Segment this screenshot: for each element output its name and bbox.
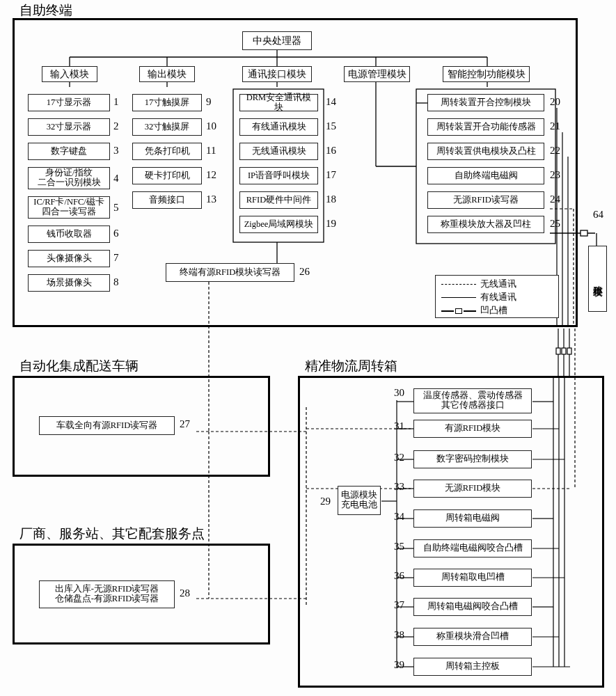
box-o12: 硬卡打印机 (132, 167, 202, 184)
num-5: 5 (113, 202, 119, 214)
box-e26: 终端有源RFID模块读写器 (166, 263, 294, 282)
num-20: 20 (550, 96, 560, 108)
box-b34: 周转箱电磁阀 (413, 509, 532, 528)
svg-rect-31 (562, 348, 566, 354)
legend-slot: 凹凸槽 (441, 305, 507, 317)
num-31: 31 (394, 420, 404, 432)
box-b39: 周转箱主控板 (413, 658, 532, 676)
num-14: 14 (326, 96, 336, 108)
num-22: 22 (550, 145, 560, 157)
num-29: 29 (320, 496, 331, 507)
box-b30: 温度传感器、震动传感器 其它传感器接口 (413, 388, 532, 413)
num-25: 25 (550, 218, 560, 230)
num-33: 33 (394, 481, 404, 493)
box-b36: 周转箱取电凹槽 (413, 569, 532, 587)
box-s25: 称重模块放大器及凹柱 (427, 216, 544, 233)
box-b31: 有源RFID模块 (413, 420, 532, 438)
num-1: 1 (113, 96, 119, 108)
num-38: 38 (394, 629, 404, 641)
num-10: 10 (206, 120, 216, 132)
box-i1: 17寸显示器 (28, 94, 110, 111)
section-title-crate: 精准物流周转箱 (302, 357, 400, 375)
legend-wireless: 无线通讯 (441, 278, 516, 290)
box-i2: 32寸显示器 (28, 118, 110, 136)
section-title-vendor: 厂商、服务站、其它配套服务点 (17, 525, 207, 543)
box-c17: IP语音呼叫模块 (239, 167, 318, 184)
hdr-comm: 通讯接口模块 (242, 66, 312, 82)
box-s24: 无源RFID读写器 (427, 191, 544, 209)
num-3: 3 (113, 145, 119, 157)
num-36: 36 (394, 570, 404, 582)
num-11: 11 (206, 145, 216, 157)
num-23: 23 (550, 169, 560, 181)
hdr-smart: 智能控制功能模块 (443, 66, 530, 82)
num-18: 18 (326, 193, 336, 205)
hdr-power: 电源管理模块 (344, 66, 410, 82)
num-9: 9 (206, 96, 212, 108)
box-s23: 自助终端电磁阀 (427, 167, 544, 184)
num-21: 21 (550, 120, 560, 132)
box-i4: 身份证/指纹 二合一识别模块 (28, 167, 110, 189)
num-35: 35 (394, 541, 404, 553)
box-b33: 无源RFID模块 (413, 480, 532, 498)
num-7: 7 (113, 252, 119, 264)
box-c16: 无线通讯模块 (239, 143, 318, 160)
num-64: 64 (593, 209, 603, 221)
box-b37: 周转箱电磁阀咬合凸槽 (413, 598, 532, 616)
num-34: 34 (394, 511, 404, 523)
box-b35: 自助终端电磁阀咬合凸槽 (413, 539, 532, 557)
box-o11: 凭条打印机 (132, 143, 202, 160)
box-i5: IC/RF卡/NFC/磁卡 四合一读写器 (28, 196, 110, 219)
box-b38: 称重模块滑合凹槽 (413, 628, 532, 646)
num-4: 4 (113, 173, 119, 184)
box-i8: 场景摄像头 (28, 274, 110, 292)
svg-rect-25 (581, 230, 587, 236)
box-c18: RFID硬件中间件 (239, 191, 318, 209)
num-13: 13 (206, 193, 216, 205)
box-b29: 电源模块 充电电池 (338, 486, 381, 515)
num-6: 6 (113, 228, 119, 239)
box-s20: 周转装置开合控制模块 (427, 94, 544, 111)
num-27: 27 (180, 418, 190, 430)
num-28: 28 (180, 587, 190, 599)
num-2: 2 (113, 120, 119, 132)
box-s22: 周转装置供电模块及凸柱 (427, 143, 544, 160)
svg-rect-30 (556, 348, 560, 354)
box-cpu: 中央处理器 (242, 31, 312, 50)
num-19: 19 (326, 218, 336, 230)
section-title-terminal: 自助终端 (17, 1, 75, 19)
box-o10: 32寸触摸屏 (132, 118, 202, 136)
num-26: 26 (299, 266, 310, 278)
hdr-output: 输出模块 (139, 66, 195, 82)
num-17: 17 (326, 169, 336, 181)
box-c14: DRM安全通讯模块 (239, 94, 318, 111)
num-37: 37 (394, 599, 404, 611)
num-16: 16 (326, 145, 336, 157)
box-c15: 有线通讯模块 (239, 118, 318, 136)
num-12: 12 (206, 169, 216, 181)
svg-rect-32 (567, 348, 571, 354)
num-24: 24 (550, 193, 560, 205)
num-32: 32 (394, 452, 404, 464)
box-e27: 车载全向有源RFID读写器 (39, 416, 175, 435)
box-s21: 周转装置开合功能传感器 (427, 118, 544, 136)
box-o9: 17寸触摸屏 (132, 94, 202, 111)
box-o13: 音频接口 (132, 191, 202, 209)
box-weigh: 称重模块 (588, 246, 607, 312)
num-8: 8 (113, 276, 119, 288)
box-c19: Zigbee局域网模块 (239, 216, 318, 233)
hdr-input: 输入模块 (42, 66, 97, 82)
section-title-vehicle: 自动化集成配送车辆 (17, 357, 141, 375)
box-i3: 数字键盘 (28, 143, 110, 160)
box-e28: 出库入库-无源RFID读写器 仓储盘点-有源RFID读写器 (39, 580, 175, 608)
box-i6: 钱币收取器 (28, 226, 110, 243)
legend-wired: 有线通讯 (441, 292, 516, 303)
num-39: 39 (394, 659, 404, 671)
box-i7: 头像摄像头 (28, 250, 110, 267)
num-15: 15 (326, 120, 336, 132)
box-b32: 数字密码控制模块 (413, 450, 532, 468)
num-30: 30 (394, 387, 404, 399)
